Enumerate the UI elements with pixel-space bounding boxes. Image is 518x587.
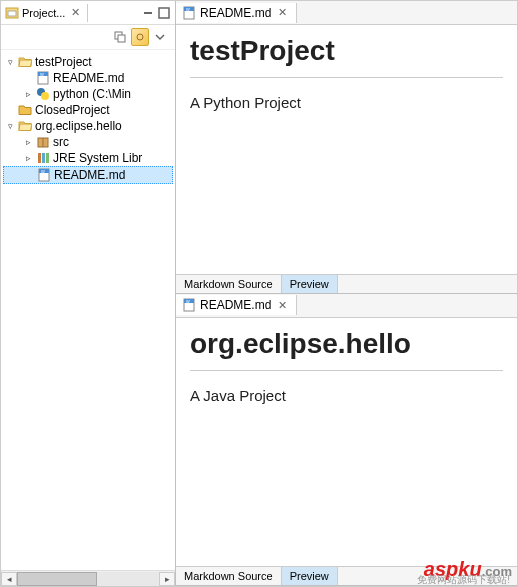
tree-node-label: python (C:\Min <box>53 87 131 101</box>
maximize-icon[interactable] <box>157 6 171 20</box>
scroll-right-button[interactable]: ▸ <box>159 572 175 586</box>
close-icon[interactable]: ✕ <box>275 299 290 312</box>
view-menu-icon[interactable] <box>151 28 169 46</box>
expander-icon[interactable]: ▹ <box>23 89 33 99</box>
project-tree: ▿testProjectREADME.md▹python (C:\MinClos… <box>1 50 175 570</box>
project-closed-icon <box>18 103 32 117</box>
tree-node-org-eclipse-hello[interactable]: ▿org.eclipse.hello <box>3 118 173 134</box>
preview-paragraph: A Python Project <box>190 94 503 111</box>
svg-rect-15 <box>118 35 125 42</box>
editor-content: org.eclipse.helloA Java Project <box>176 318 517 567</box>
expander-icon[interactable]: ▿ <box>5 121 15 131</box>
editor-pane: README.md✕testProjectA Python ProjectMar… <box>176 1 517 294</box>
expander-icon <box>23 73 33 83</box>
editor-area: README.md✕testProjectA Python ProjectMar… <box>176 1 517 586</box>
tree-node-label: src <box>53 135 69 149</box>
tree-node-testproject[interactable]: ▿testProject <box>3 54 173 70</box>
tree-node-jre-system-libr[interactable]: ▹JRE System Libr <box>3 150 173 166</box>
link-with-editor-icon[interactable] <box>131 28 149 46</box>
project-open-icon <box>18 55 32 69</box>
tree-node-label: README.md <box>53 71 124 85</box>
expander-icon[interactable]: ▿ <box>5 57 15 67</box>
divider <box>190 370 503 371</box>
horizontal-scrollbar[interactable]: ◂ ▸ <box>1 570 175 586</box>
divider <box>190 77 503 78</box>
tree-node-label: README.md <box>54 168 125 182</box>
scroll-left-button[interactable]: ◂ <box>1 572 17 586</box>
tree-node-python-c-min[interactable]: ▹python (C:\Min <box>3 86 173 102</box>
editor-content: testProjectA Python Project <box>176 25 517 274</box>
expander-icon[interactable]: ▹ <box>23 153 33 163</box>
file-md-icon <box>182 6 196 20</box>
tree-node-label: JRE System Libr <box>53 151 142 165</box>
project-explorer-tab[interactable]: Project... ✕ <box>1 4 88 22</box>
tree-node-label: ClosedProject <box>35 103 110 117</box>
editor-tabbar: README.md✕ <box>176 1 517 25</box>
tab-markdown-source[interactable]: Markdown Source <box>176 567 282 585</box>
scroll-track[interactable] <box>17 572 159 586</box>
editor-tab[interactable]: README.md✕ <box>176 3 297 23</box>
tree-node-readme-md[interactable]: README.md <box>3 70 173 86</box>
close-icon[interactable]: ✕ <box>68 6 83 19</box>
collapse-all-icon[interactable] <box>111 28 129 46</box>
python-icon <box>36 87 50 101</box>
view-toolbar <box>1 25 175 50</box>
tab-preview[interactable]: Preview <box>282 275 338 293</box>
scroll-thumb[interactable] <box>17 572 97 586</box>
view-title: Project... <box>22 7 65 19</box>
project-open-icon <box>18 119 32 133</box>
tree-node-label: org.eclipse.hello <box>35 119 122 133</box>
tree-node-label: testProject <box>35 55 92 69</box>
file-md-icon <box>37 168 51 182</box>
expander-icon <box>5 105 15 115</box>
tab-markdown-source[interactable]: Markdown Source <box>176 275 282 293</box>
preview-heading: testProject <box>190 35 503 67</box>
file-md-icon <box>182 298 196 312</box>
editor-tab-label: README.md <box>200 298 271 312</box>
editor-footer-tabs: Markdown SourcePreview <box>176 274 517 293</box>
minimize-icon[interactable] <box>141 6 155 20</box>
close-icon[interactable]: ✕ <box>275 6 290 19</box>
preview-paragraph: A Java Project <box>190 387 503 404</box>
editor-tab-label: README.md <box>200 6 271 20</box>
tree-node-readme-md[interactable]: README.md <box>3 166 173 184</box>
tree-node-closedproject[interactable]: ClosedProject <box>3 102 173 118</box>
view-header: Project... ✕ <box>1 1 175 25</box>
expander-icon <box>24 170 34 180</box>
project-explorer-icon <box>5 6 19 20</box>
library-icon <box>36 151 50 165</box>
project-explorer-view: Project... ✕ ▿testProjectREADME.md▹pytho… <box>1 1 176 586</box>
view-header-controls <box>141 6 175 20</box>
package-icon <box>36 135 50 149</box>
editor-pane: README.md✕org.eclipse.helloA Java Projec… <box>176 294 517 587</box>
editor-tabbar: README.md✕ <box>176 294 517 318</box>
file-md-icon <box>36 71 50 85</box>
editor-tab[interactable]: README.md✕ <box>176 295 297 315</box>
tab-preview[interactable]: Preview <box>282 567 338 585</box>
tree-node-src[interactable]: ▹src <box>3 134 173 150</box>
expander-icon[interactable]: ▹ <box>23 137 33 147</box>
preview-heading: org.eclipse.hello <box>190 328 503 360</box>
watermark-subtitle: 免费网站源码下载站! <box>417 573 510 587</box>
